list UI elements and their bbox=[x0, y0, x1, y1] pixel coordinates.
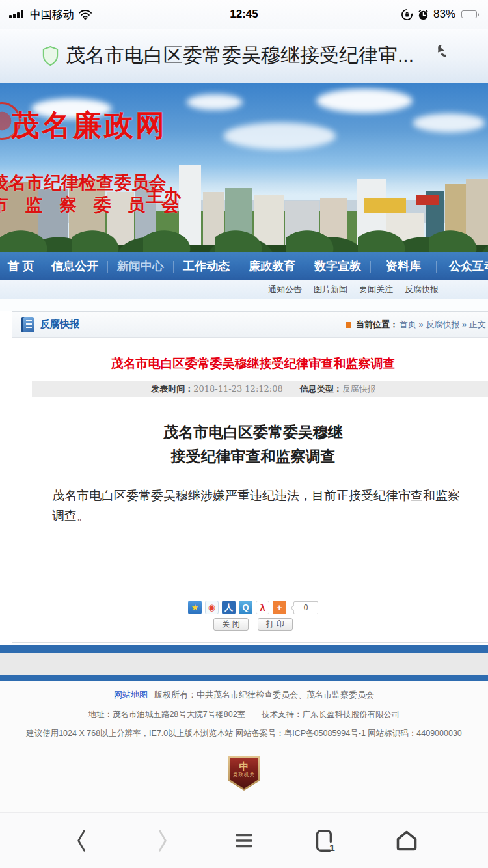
subnav-item-news-focus[interactable]: 要闻关注 bbox=[359, 284, 393, 295]
subnav-item-anticorruption-bulletin[interactable]: 反腐快报 bbox=[405, 284, 439, 295]
breadcrumb-path[interactable]: 首页 » 反腐快报 » 正文 bbox=[400, 319, 486, 331]
tabs-button[interactable]: 1 bbox=[310, 825, 341, 856]
article-red-title: 茂名市电白区委常委吴穆继接受纪律审查和监察调查 bbox=[12, 355, 488, 372]
rotation-lock-icon bbox=[401, 8, 413, 21]
main-nav: 首 页 信息公开 新闻中心 工作动态 廉政教育 数字宣教 资料库 公众互动 bbox=[0, 252, 488, 280]
news-book-icon bbox=[21, 317, 34, 332]
sub-nav: 通知公告 图片新闻 要闻关注 反腐快报 bbox=[0, 280, 488, 299]
breadcrumb: 当前位置： 首页 » 反腐快报 » 正文 bbox=[346, 312, 486, 338]
article-body-text: 茂名市电白区委常委吴穆继涉嫌严重违纪违法，目前正接受纪律审查和监察调查。 bbox=[12, 485, 488, 526]
banner-photo: 茂名廉政网 茂名市纪律检查委员会 市 监 察 委 员 会 主办 bbox=[0, 83, 488, 252]
copyright-text: 版权所有：中共茂名市纪律检查委员会、茂名市监察委员会 bbox=[154, 690, 374, 699]
refresh-icon[interactable] bbox=[424, 45, 446, 67]
tencent-weibo-share-icon[interactable]: Q bbox=[239, 601, 252, 614]
gov-badge-icon[interactable]: 中 党政机关 bbox=[228, 756, 260, 791]
browser-address-bar[interactable]: 茂名市电白区委常委吴穆继接受纪律审... bbox=[0, 29, 488, 83]
nav-item-home[interactable]: 首 页 bbox=[0, 252, 42, 280]
article-box: 反腐快报 当前位置： 首页 » 反腐快报 » 正文 茂名市电白区委常委吴穆继接受… bbox=[12, 311, 488, 643]
nav-item-integrity-education[interactable]: 廉政教育 bbox=[239, 252, 305, 280]
section-title: 反腐快报 bbox=[40, 318, 79, 331]
qzone-share-icon[interactable]: ★ bbox=[188, 601, 202, 614]
footer-notice-line: 建议使用1024 X 768以上分辨率，IE7.0以上版本浏览本站 网站备案号：… bbox=[0, 728, 488, 739]
nav-item-work-dynamics[interactable]: 工作动态 bbox=[174, 252, 239, 280]
banner-host-suffix: 主办 bbox=[146, 184, 181, 208]
article-heading: 茂名市电白区委常委吴穆继 接受纪律审查和监察调查 bbox=[12, 420, 488, 468]
page-footer: 网站地图版权所有：中共茂名市纪律检查委员会、茂名市监察委员会 地址：茂名市油城五… bbox=[0, 681, 488, 812]
battery-icon bbox=[461, 10, 479, 18]
nav-item-public-interaction[interactable]: 公众互动 bbox=[437, 252, 488, 280]
article-box-header: 反腐快报 当前位置： 首页 » 反腐快报 » 正文 bbox=[12, 312, 488, 338]
breadcrumb-bullet-icon bbox=[346, 322, 351, 328]
subnav-item-photo-news[interactable]: 图片新闻 bbox=[314, 284, 347, 295]
alarm-clock-icon bbox=[417, 8, 429, 21]
browser-toolbar: 1 bbox=[0, 812, 488, 868]
content-gap bbox=[0, 299, 488, 311]
share-buttons-row: ★ ◉ 人 Q λ + 0 bbox=[12, 601, 488, 614]
forward-chevron-icon bbox=[159, 830, 165, 850]
page-title[interactable]: 茂名市电白区委常委吴穆继接受纪律审... bbox=[66, 42, 414, 69]
back-chevron-icon bbox=[78, 830, 84, 850]
home-icon bbox=[398, 832, 416, 849]
info-type-label: 信息类型： bbox=[300, 384, 342, 394]
banner-trees bbox=[0, 215, 488, 252]
article-actions-row: 关 闭 打 印 bbox=[12, 618, 488, 631]
carrier-label: 中国移动 bbox=[30, 7, 74, 22]
back-button[interactable] bbox=[66, 825, 97, 856]
print-button[interactable]: 打 印 bbox=[258, 618, 293, 631]
wifi-icon bbox=[78, 9, 92, 20]
subnav-item-notices[interactable]: 通知公告 bbox=[268, 284, 302, 295]
people-weibo-share-icon[interactable]: λ bbox=[256, 601, 269, 614]
hamburger-menu-icon bbox=[237, 835, 252, 846]
home-button[interactable] bbox=[391, 825, 422, 856]
gov-badge-text: 党政机关 bbox=[230, 772, 258, 778]
footer-address-line: 地址：茂名市油城五路28号大院7号楼802室 技术支持：广东长盈科技股份有限公司 bbox=[0, 709, 488, 720]
footer-blue-bar-top bbox=[0, 645, 488, 653]
tabs-icon: 1 bbox=[318, 830, 336, 852]
breadcrumb-label: 当前位置： bbox=[356, 319, 398, 331]
status-bar: 中国移动 12:45 83% bbox=[0, 0, 488, 29]
footer-copyright-line: 网站地图版权所有：中共茂名市纪律检查委员会、茂名市监察委员会 bbox=[0, 681, 488, 701]
share-count-badge: 0 bbox=[293, 601, 318, 614]
site-name: 茂名廉政网 bbox=[10, 106, 167, 145]
renren-share-icon[interactable]: 人 bbox=[222, 601, 236, 614]
article-meta-bar: 发表时间：2018-11-23 12:12:08信息类型：反腐快报 bbox=[32, 381, 488, 397]
article-heading-line2: 接受纪律审查和监察调查 bbox=[12, 444, 488, 468]
more-share-icon[interactable]: + bbox=[273, 601, 286, 614]
forward-button[interactable] bbox=[147, 825, 178, 856]
banner-host-line1: 茂名市纪律检查委员会 bbox=[0, 171, 167, 195]
nav-item-digital-promotion[interactable]: 数字宣教 bbox=[305, 252, 370, 280]
publish-time-label: 发表时间： bbox=[151, 384, 193, 394]
cell-signal-icon bbox=[9, 10, 23, 18]
nav-item-news-center[interactable]: 新闻中心 bbox=[108, 252, 173, 280]
close-button[interactable]: 关 闭 bbox=[213, 618, 249, 631]
security-shield-icon[interactable] bbox=[42, 46, 59, 66]
info-type-value: 反腐快报 bbox=[342, 384, 376, 394]
footer-blue-bar-bottom bbox=[0, 675, 488, 681]
tab-count-label: 1 bbox=[329, 841, 335, 852]
article-heading-line1: 茂名市电白区委常委吴穆继 bbox=[12, 420, 488, 444]
gov-badge-emblem: 中 bbox=[230, 761, 258, 772]
menu-button[interactable] bbox=[228, 825, 260, 856]
footer-gray-band bbox=[0, 653, 488, 675]
publish-time-value: 2018-11-23 12:12:08 bbox=[193, 384, 282, 394]
sitemap-link[interactable]: 网站地图 bbox=[114, 690, 148, 699]
nav-item-database[interactable]: 资料库 bbox=[371, 252, 436, 280]
battery-percent-label: 83% bbox=[433, 8, 455, 21]
sina-weibo-share-icon[interactable]: ◉ bbox=[205, 601, 219, 614]
nav-item-info-disclosure[interactable]: 信息公开 bbox=[42, 252, 107, 280]
